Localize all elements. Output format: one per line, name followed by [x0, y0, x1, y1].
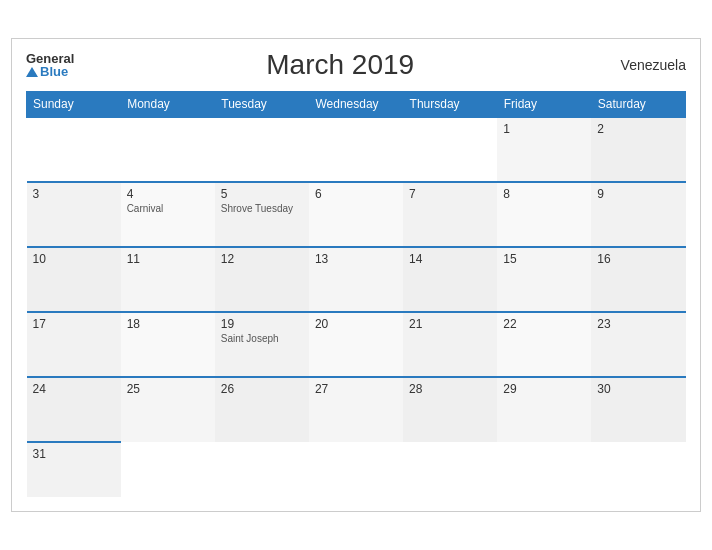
weekday-header-row: SundayMondayTuesdayWednesdayThursdayFrid… — [27, 92, 686, 118]
day-cell: 9 — [591, 182, 685, 247]
day-number: 13 — [315, 252, 397, 266]
week-row-3: 10111213141516 — [27, 247, 686, 312]
day-cell: 24 — [27, 377, 121, 442]
day-cell: 23 — [591, 312, 685, 377]
weekday-header-wednesday: Wednesday — [309, 92, 403, 118]
day-cell — [309, 117, 403, 182]
day-cell: 21 — [403, 312, 497, 377]
day-number: 10 — [33, 252, 115, 266]
day-cell: 3 — [27, 182, 121, 247]
country-label: Venezuela — [606, 57, 686, 73]
day-number: 29 — [503, 382, 585, 396]
day-number: 8 — [503, 187, 585, 201]
logo-blue-area: Blue — [26, 65, 68, 78]
week-row-2: 34Carnival5Shrove Tuesday6789 — [27, 182, 686, 247]
weekday-header-friday: Friday — [497, 92, 591, 118]
day-cell: 4Carnival — [121, 182, 215, 247]
day-cell: 5Shrove Tuesday — [215, 182, 309, 247]
day-cell — [497, 442, 591, 497]
calendar-title: March 2019 — [74, 49, 606, 81]
day-number: 9 — [597, 187, 679, 201]
day-number: 6 — [315, 187, 397, 201]
calendar-grid: SundayMondayTuesdayWednesdayThursdayFrid… — [26, 91, 686, 497]
day-cell: 20 — [309, 312, 403, 377]
day-cell: 13 — [309, 247, 403, 312]
day-number: 30 — [597, 382, 679, 396]
day-number: 20 — [315, 317, 397, 331]
day-number: 18 — [127, 317, 209, 331]
day-cell — [309, 442, 403, 497]
logo-triangle-icon — [26, 67, 38, 77]
day-number: 21 — [409, 317, 491, 331]
day-number: 1 — [503, 122, 585, 136]
logo: General Blue — [26, 52, 74, 78]
weekday-header-saturday: Saturday — [591, 92, 685, 118]
day-cell — [215, 117, 309, 182]
day-number: 31 — [33, 447, 115, 461]
logo-blue-text: Blue — [40, 65, 68, 78]
day-cell: 14 — [403, 247, 497, 312]
day-number: 17 — [33, 317, 115, 331]
day-cell: 8 — [497, 182, 591, 247]
day-cell: 17 — [27, 312, 121, 377]
day-number: 12 — [221, 252, 303, 266]
day-cell — [215, 442, 309, 497]
day-cell: 1 — [497, 117, 591, 182]
day-cell: 27 — [309, 377, 403, 442]
day-number: 28 — [409, 382, 491, 396]
day-cell: 28 — [403, 377, 497, 442]
week-row-1: 12 — [27, 117, 686, 182]
holiday-name: Carnival — [127, 203, 209, 214]
week-row-6: 31 — [27, 442, 686, 497]
day-cell: 6 — [309, 182, 403, 247]
day-number: 23 — [597, 317, 679, 331]
day-cell: 2 — [591, 117, 685, 182]
day-number: 24 — [33, 382, 115, 396]
day-number: 26 — [221, 382, 303, 396]
weekday-header-monday: Monday — [121, 92, 215, 118]
day-cell — [121, 117, 215, 182]
day-number: 5 — [221, 187, 303, 201]
day-cell: 15 — [497, 247, 591, 312]
day-cell — [403, 117, 497, 182]
day-cell: 10 — [27, 247, 121, 312]
day-cell: 31 — [27, 442, 121, 497]
day-number: 22 — [503, 317, 585, 331]
day-number: 25 — [127, 382, 209, 396]
week-row-4: 171819Saint Joseph20212223 — [27, 312, 686, 377]
day-cell: 11 — [121, 247, 215, 312]
day-number: 4 — [127, 187, 209, 201]
week-row-5: 24252627282930 — [27, 377, 686, 442]
weekday-header-thursday: Thursday — [403, 92, 497, 118]
day-cell: 19Saint Joseph — [215, 312, 309, 377]
day-cell: 12 — [215, 247, 309, 312]
day-cell: 7 — [403, 182, 497, 247]
day-number: 15 — [503, 252, 585, 266]
day-cell: 25 — [121, 377, 215, 442]
holiday-name: Shrove Tuesday — [221, 203, 303, 214]
day-cell — [591, 442, 685, 497]
weekday-header-sunday: Sunday — [27, 92, 121, 118]
day-cell — [121, 442, 215, 497]
day-number: 16 — [597, 252, 679, 266]
day-number: 19 — [221, 317, 303, 331]
day-cell: 18 — [121, 312, 215, 377]
day-number: 7 — [409, 187, 491, 201]
holiday-name: Saint Joseph — [221, 333, 303, 344]
day-cell: 22 — [497, 312, 591, 377]
day-cell: 26 — [215, 377, 309, 442]
day-number: 27 — [315, 382, 397, 396]
day-cell: 16 — [591, 247, 685, 312]
day-number: 3 — [33, 187, 115, 201]
day-cell — [27, 117, 121, 182]
day-number: 14 — [409, 252, 491, 266]
day-cell: 29 — [497, 377, 591, 442]
day-number: 11 — [127, 252, 209, 266]
day-cell — [403, 442, 497, 497]
weekday-header-tuesday: Tuesday — [215, 92, 309, 118]
day-cell: 30 — [591, 377, 685, 442]
calendar-container: General Blue March 2019 Venezuela Sunday… — [11, 38, 701, 512]
day-number: 2 — [597, 122, 679, 136]
calendar-header: General Blue March 2019 Venezuela — [26, 49, 686, 81]
